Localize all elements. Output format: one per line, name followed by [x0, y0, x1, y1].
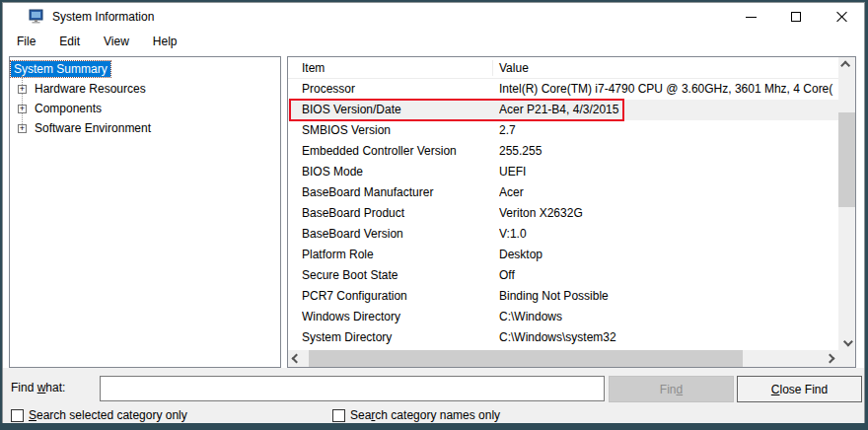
value-cell: C:\Windows: [499, 307, 838, 327]
value-cell: Off: [499, 265, 838, 286]
item-cell: BaseBoard Product: [302, 203, 492, 224]
tree-item-system-summary[interactable]: System Summary: [10, 59, 280, 79]
value-cell: Binding Not Possible: [499, 286, 838, 307]
tree-item-software-environment[interactable]: +Software Environment: [10, 118, 280, 138]
close-button[interactable]: [819, 3, 864, 31]
table-row-baseboard-manufacturer[interactable]: BaseBoard ManufacturerAcer: [288, 182, 838, 203]
search-category-names-checkbox[interactable]: [332, 409, 345, 422]
table-row-processor[interactable]: ProcessorIntel(R) Core(TM) i7-4790 CPU @…: [288, 79, 838, 100]
maximize-icon: [791, 12, 801, 22]
expand-plus-icon[interactable]: +: [18, 85, 27, 94]
tree-item-label: Software Environment: [32, 120, 154, 136]
minimize-icon: [746, 17, 757, 18]
item-cell: System Directory: [302, 327, 492, 348]
category-tree-panel: System Summary+Hardware Resources+Compon…: [9, 56, 281, 368]
title-bar: System Information: [3, 3, 864, 31]
item-cell: BaseBoard Version: [302, 224, 492, 245]
value-cell: C:\Windows\system32: [499, 327, 838, 348]
column-header-value[interactable]: Value: [499, 57, 529, 79]
item-cell: BIOS Version/Date: [302, 100, 492, 120]
value-cell: Veriton X2632G: [499, 203, 838, 224]
tree-item-components[interactable]: +Components: [10, 99, 280, 118]
window-title: System Information: [52, 10, 154, 24]
tree-item-label: Components: [32, 101, 105, 116]
table-row-baseboard-product[interactable]: BaseBoard ProductVeriton X2632G: [288, 203, 838, 224]
item-cell: Secure Boot State: [302, 265, 492, 286]
value-cell: 2.7: [499, 120, 838, 141]
item-cell: SMBIOS Version: [302, 120, 492, 141]
table-row-secure-boot-state[interactable]: Secure Boot StateOff: [288, 265, 838, 286]
scroll-down-icon[interactable]: [838, 333, 855, 350]
detail-list-panel: Item Value ProcessorIntel(R) Core(TM) i7…: [287, 56, 856, 368]
value-cell: Intel(R) Core(TM) i7-4790 CPU @ 3.60GHz,…: [499, 79, 838, 100]
scrollbar-corner: [838, 350, 855, 367]
column-header-item[interactable]: Item: [302, 57, 325, 79]
table-row-platform-role[interactable]: Platform RoleDesktop: [288, 245, 838, 265]
find-bar: Find what: Find Close Find Search select…: [3, 368, 864, 423]
maximize-button[interactable]: [773, 3, 819, 31]
find-button[interactable]: Find: [609, 376, 734, 402]
tree-item-label: System Summary: [11, 61, 110, 77]
scroll-up-icon[interactable]: [838, 57, 855, 74]
horizontal-scrollbar[interactable]: [288, 350, 838, 367]
item-cell: Processor: [302, 79, 492, 100]
value-cell: Desktop: [499, 245, 838, 265]
scroll-left-icon[interactable]: [288, 350, 305, 367]
minimize-button[interactable]: [728, 3, 773, 31]
search-selected-category-label: Search selected category only: [29, 408, 187, 422]
search-category-names-checkbox-row[interactable]: Search category names only: [332, 408, 500, 422]
vertical-scrollbar[interactable]: [838, 57, 855, 350]
table-row-baseboard-version[interactable]: BaseBoard VersionV:1.0: [288, 224, 838, 245]
value-cell: Acer: [499, 182, 838, 203]
expand-plus-icon[interactable]: +: [18, 105, 27, 113]
menu-view[interactable]: View: [98, 33, 135, 50]
find-what-label: Find what:: [11, 381, 65, 394]
item-cell: Windows Directory: [302, 307, 492, 327]
table-row-embedded-controller-version[interactable]: Embedded Controller Version255.255: [288, 141, 838, 162]
system-information-window: System Information FileEditViewHelp Syst…: [2, 2, 865, 423]
horizontal-scrollbar-thumb[interactable]: [309, 350, 743, 367]
item-cell: BIOS Mode: [302, 162, 492, 182]
search-selected-category-checkbox-row[interactable]: Search selected category only: [11, 408, 187, 422]
system-information-icon: [29, 9, 44, 25]
table-row-windows-directory[interactable]: Windows DirectoryC:\Windows: [288, 307, 838, 327]
item-cell: BaseBoard Manufacturer: [302, 182, 492, 203]
column-separator[interactable]: [492, 60, 493, 76]
list-header: Item Value: [288, 57, 855, 79]
search-category-names-label: Search category names only: [350, 408, 500, 422]
item-cell: Platform Role: [302, 245, 492, 265]
menu-file[interactable]: File: [11, 33, 41, 50]
search-selected-category-checkbox[interactable]: [11, 409, 24, 422]
value-cell: UEFI: [499, 162, 838, 182]
expand-plus-icon[interactable]: +: [18, 124, 27, 133]
table-row-bios-mode[interactable]: BIOS ModeUEFI: [288, 162, 838, 182]
menu-bar: FileEditViewHelp: [3, 31, 864, 52]
tree-item-hardware-resources[interactable]: +Hardware Resources: [10, 79, 280, 99]
list-rows: ProcessorIntel(R) Core(TM) i7-4790 CPU @…: [288, 79, 838, 348]
find-what-input[interactable]: [100, 376, 605, 401]
table-row-system-directory[interactable]: System DirectoryC:\Windows\system32: [288, 327, 838, 348]
item-cell: PCR7 Configuration: [302, 286, 492, 307]
scroll-right-icon[interactable]: [822, 350, 838, 367]
tree: System Summary+Hardware Resources+Compon…: [10, 57, 280, 138]
tree-item-label: Hardware Resources: [32, 81, 149, 97]
table-row-pcr7-configuration[interactable]: PCR7 ConfigurationBinding Not Possible: [288, 286, 838, 307]
table-row-smbios-version[interactable]: SMBIOS Version2.7: [288, 120, 838, 141]
vertical-scrollbar-thumb[interactable]: [838, 112, 855, 207]
window-controls: [728, 3, 864, 31]
close-icon: [835, 11, 847, 23]
menu-edit[interactable]: Edit: [53, 33, 86, 50]
menu-help[interactable]: Help: [147, 33, 183, 50]
value-cell: 255.255: [499, 141, 838, 162]
value-cell: Acer P21-B4, 4/3/2015: [499, 100, 838, 120]
close-find-button[interactable]: Close Find: [737, 376, 862, 402]
value-cell: V:1.0: [499, 224, 838, 245]
table-row-bios-version-date[interactable]: BIOS Version/DateAcer P21-B4, 4/3/2015: [288, 100, 838, 120]
item-cell: Embedded Controller Version: [302, 141, 492, 162]
